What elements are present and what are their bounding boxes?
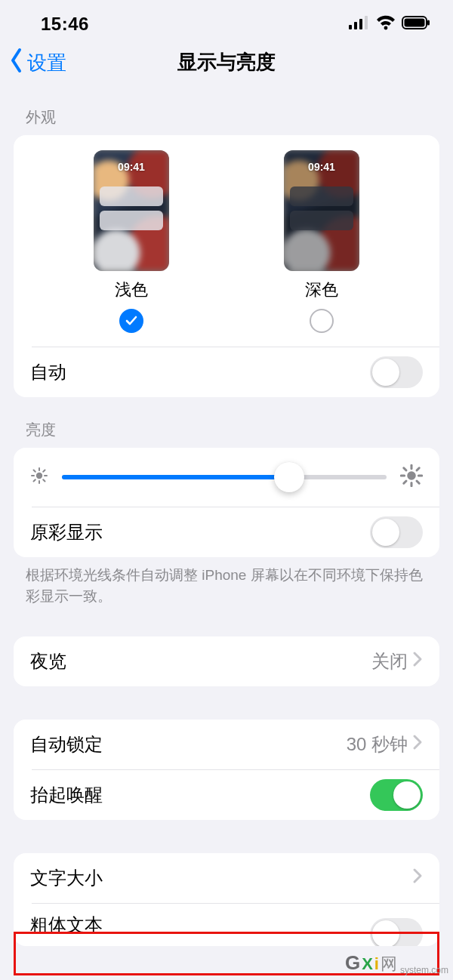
truetone-toggle[interactable] xyxy=(370,516,423,548)
text-card: 文字大小 粗体文本 xyxy=(14,853,439,946)
truetone-row[interactable]: 原彩显示 xyxy=(14,507,439,557)
nightshift-card: 夜览 关闭 xyxy=(14,636,439,686)
brightness-slider-row xyxy=(14,448,439,507)
dark-radio[interactable] xyxy=(310,309,334,333)
lock-card: 自动锁定 30 秒钟 抬起唤醒 xyxy=(14,720,439,820)
appearance-selector: 09:41 浅色 09:41 深色 xyxy=(14,135,439,347)
nightshift-label: 夜览 xyxy=(30,649,66,673)
svg-point-4 xyxy=(384,26,388,30)
svg-line-15 xyxy=(34,479,35,481)
auto-appearance-row[interactable]: 自动 xyxy=(14,347,439,397)
bold-text-row[interactable]: 粗体文本 xyxy=(14,904,439,946)
autolock-label: 自动锁定 xyxy=(30,732,103,757)
svg-line-25 xyxy=(417,468,419,470)
text-size-label: 文字大小 xyxy=(30,866,103,890)
appearance-option-light[interactable]: 09:41 浅色 xyxy=(94,150,169,333)
auto-label: 自动 xyxy=(30,360,66,384)
svg-line-13 xyxy=(34,470,35,472)
watermark: GXi 网 system.com xyxy=(345,951,448,975)
svg-point-8 xyxy=(36,473,42,479)
section-header-appearance: 外观 xyxy=(0,85,453,135)
svg-rect-1 xyxy=(354,22,357,29)
sun-max-icon xyxy=(400,464,423,490)
svg-line-23 xyxy=(417,481,419,483)
auto-toggle[interactable] xyxy=(370,356,423,388)
cellular-icon xyxy=(349,16,370,32)
light-radio[interactable] xyxy=(119,309,143,333)
svg-line-24 xyxy=(404,481,406,483)
back-button[interactable]: 设置 xyxy=(6,47,66,79)
brightness-slider[interactable] xyxy=(62,475,387,479)
raise-toggle[interactable] xyxy=(370,779,423,811)
status-time: 15:46 xyxy=(41,14,89,35)
sun-min-icon xyxy=(30,467,48,488)
brightness-card: 原彩显示 xyxy=(14,448,439,557)
svg-rect-6 xyxy=(405,19,425,27)
truetone-footer: 根据环境光线条件自动调整 iPhone 屏幕以在不同环境下保持色彩显示一致。 xyxy=(0,557,453,606)
back-label: 设置 xyxy=(27,50,66,76)
section-header-brightness: 亮度 xyxy=(0,397,453,448)
chevron-left-icon xyxy=(6,47,27,79)
svg-line-14 xyxy=(43,479,45,481)
chevron-right-icon xyxy=(412,868,423,889)
svg-rect-7 xyxy=(427,20,430,26)
nightshift-row[interactable]: 夜览 关闭 xyxy=(14,636,439,686)
battery-icon xyxy=(402,16,430,32)
status-icons xyxy=(349,15,430,33)
wifi-icon xyxy=(376,15,396,33)
light-label: 浅色 xyxy=(115,279,148,301)
autolock-value: 30 秒钟 xyxy=(347,732,423,757)
svg-line-22 xyxy=(404,468,406,470)
nightshift-value: 关闭 xyxy=(371,649,423,673)
svg-rect-3 xyxy=(365,16,368,29)
text-size-row[interactable]: 文字大小 xyxy=(14,853,439,903)
dark-thumbnail: 09:41 xyxy=(284,150,359,271)
nav-bar: 设置 显示与亮度 xyxy=(0,42,453,85)
appearance-card: 09:41 浅色 09:41 深色 自动 xyxy=(14,135,439,397)
svg-point-17 xyxy=(407,471,416,480)
svg-line-16 xyxy=(43,470,45,472)
chevron-right-icon xyxy=(412,734,423,755)
status-bar: 15:46 xyxy=(0,0,453,42)
raise-label: 抬起唤醒 xyxy=(30,783,103,807)
chevron-right-icon xyxy=(412,651,423,672)
page-title: 显示与亮度 xyxy=(177,49,276,76)
svg-rect-2 xyxy=(359,19,362,29)
bold-label: 粗体文本 xyxy=(30,913,103,937)
checkmark-icon xyxy=(125,314,138,328)
appearance-option-dark[interactable]: 09:41 深色 xyxy=(284,150,359,333)
bold-toggle[interactable] xyxy=(370,918,423,946)
dark-label: 深色 xyxy=(305,279,338,301)
truetone-label: 原彩显示 xyxy=(30,520,103,544)
svg-rect-0 xyxy=(349,25,352,29)
autolock-row[interactable]: 自动锁定 30 秒钟 xyxy=(14,720,439,769)
raise-to-wake-row[interactable]: 抬起唤醒 xyxy=(14,770,439,820)
light-thumbnail: 09:41 xyxy=(94,150,169,271)
